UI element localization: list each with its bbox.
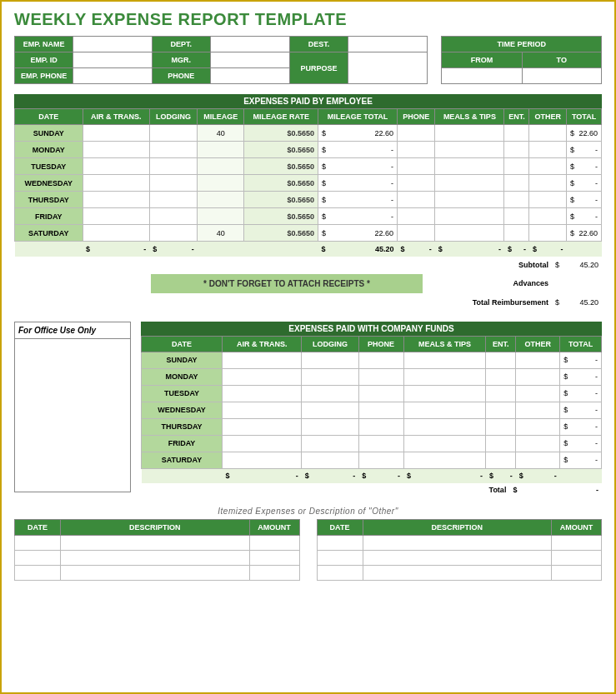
meals-cell[interactable]: [403, 418, 486, 435]
lodging-cell[interactable]: [149, 192, 198, 208]
lodging-cell[interactable]: [149, 125, 198, 142]
lodging-cell[interactable]: [149, 158, 198, 175]
other-cell[interactable]: [516, 368, 560, 385]
air-cell[interactable]: [83, 142, 149, 158]
air-cell[interactable]: [83, 225, 149, 242]
lodging-cell[interactable]: [302, 385, 358, 402]
dest-input[interactable]: [348, 37, 428, 52]
ent-cell[interactable]: [486, 418, 516, 435]
phone-cell[interactable]: [398, 125, 435, 142]
item-cell[interactable]: [61, 566, 250, 581]
phone-cell[interactable]: [398, 142, 435, 158]
phone-cell[interactable]: [358, 435, 403, 452]
lodging-cell[interactable]: [302, 418, 358, 435]
meals-cell[interactable]: [435, 175, 504, 192]
other-cell[interactable]: [529, 158, 567, 175]
meals-cell[interactable]: [435, 125, 504, 142]
phone-cell[interactable]: [398, 225, 435, 242]
meals-cell[interactable]: [435, 225, 504, 242]
other-cell[interactable]: [529, 225, 567, 242]
air-cell[interactable]: [83, 125, 149, 142]
air-cell[interactable]: [223, 368, 302, 385]
ent-cell[interactable]: [504, 208, 529, 225]
air-cell[interactable]: [83, 192, 149, 208]
other-cell[interactable]: [529, 142, 567, 158]
mileage-cell[interactable]: [198, 142, 244, 158]
lodging-cell[interactable]: [302, 435, 358, 452]
ent-cell[interactable]: [486, 385, 516, 402]
other-cell[interactable]: [529, 125, 567, 142]
air-cell[interactable]: [223, 402, 302, 418]
item-cell[interactable]: [249, 536, 299, 551]
item-cell[interactable]: [61, 551, 250, 566]
ent-cell[interactable]: [504, 158, 529, 175]
item-cell[interactable]: [249, 551, 299, 566]
lodging-cell[interactable]: [149, 175, 198, 192]
air-cell[interactable]: [223, 385, 302, 402]
other-cell[interactable]: [529, 192, 567, 208]
ent-cell[interactable]: [486, 452, 516, 468]
air-cell[interactable]: [223, 418, 302, 435]
mileage-cell[interactable]: [198, 208, 244, 225]
item-cell[interactable]: [249, 566, 299, 581]
meals-cell[interactable]: [403, 435, 486, 452]
ent-cell[interactable]: [486, 402, 516, 418]
advances-value[interactable]: [552, 272, 602, 296]
emp-name-input[interactable]: [73, 37, 153, 52]
meals-cell[interactable]: [403, 352, 486, 368]
air-cell[interactable]: [83, 208, 149, 225]
mgr-input[interactable]: [210, 52, 289, 68]
meals-cell[interactable]: [435, 158, 504, 175]
mileage-cell[interactable]: [198, 192, 244, 208]
meals-cell[interactable]: [403, 368, 486, 385]
mileage-cell[interactable]: [198, 175, 244, 192]
phone-cell[interactable]: [358, 452, 403, 468]
air-cell[interactable]: [223, 352, 302, 368]
other-cell[interactable]: [516, 402, 560, 418]
other-cell[interactable]: [516, 452, 560, 468]
item-cell[interactable]: [317, 551, 363, 566]
other-cell[interactable]: [516, 435, 560, 452]
meals-cell[interactable]: [403, 385, 486, 402]
item-cell[interactable]: [61, 536, 250, 551]
phone-cell[interactable]: [358, 352, 403, 368]
to-input[interactable]: [522, 68, 601, 84]
item-cell[interactable]: [552, 536, 602, 551]
lodging-cell[interactable]: [149, 142, 198, 158]
mileage-cell[interactable]: [198, 158, 244, 175]
other-cell[interactable]: [516, 418, 560, 435]
item-cell[interactable]: [552, 566, 602, 581]
purpose-input[interactable]: [348, 52, 428, 84]
item-cell[interactable]: [317, 566, 363, 581]
ent-cell[interactable]: [486, 368, 516, 385]
meals-cell[interactable]: [403, 402, 486, 418]
ent-cell[interactable]: [504, 175, 529, 192]
air-cell[interactable]: [83, 175, 149, 192]
ent-cell[interactable]: [486, 352, 516, 368]
from-input[interactable]: [442, 68, 522, 84]
lodging-cell[interactable]: [302, 352, 358, 368]
item-cell[interactable]: [552, 551, 602, 566]
item-cell[interactable]: [15, 566, 61, 581]
other-cell[interactable]: [516, 352, 560, 368]
phone-cell[interactable]: [398, 175, 435, 192]
ent-cell[interactable]: [504, 192, 529, 208]
other-cell[interactable]: [529, 208, 567, 225]
ent-cell[interactable]: [504, 142, 529, 158]
mileage-cell[interactable]: 40: [198, 125, 244, 142]
item-cell[interactable]: [363, 551, 552, 566]
phone-cell[interactable]: [358, 368, 403, 385]
meals-cell[interactable]: [435, 192, 504, 208]
phone-cell[interactable]: [358, 385, 403, 402]
lodging-cell[interactable]: [149, 208, 198, 225]
other-cell[interactable]: [529, 175, 567, 192]
ent-cell[interactable]: [486, 435, 516, 452]
air-cell[interactable]: [223, 435, 302, 452]
phone-input[interactable]: [210, 68, 289, 84]
other-cell[interactable]: [516, 385, 560, 402]
phone-cell[interactable]: [358, 418, 403, 435]
item-cell[interactable]: [15, 551, 61, 566]
lodging-cell[interactable]: [302, 402, 358, 418]
mileage-cell[interactable]: 40: [198, 225, 244, 242]
meals-cell[interactable]: [403, 452, 486, 468]
